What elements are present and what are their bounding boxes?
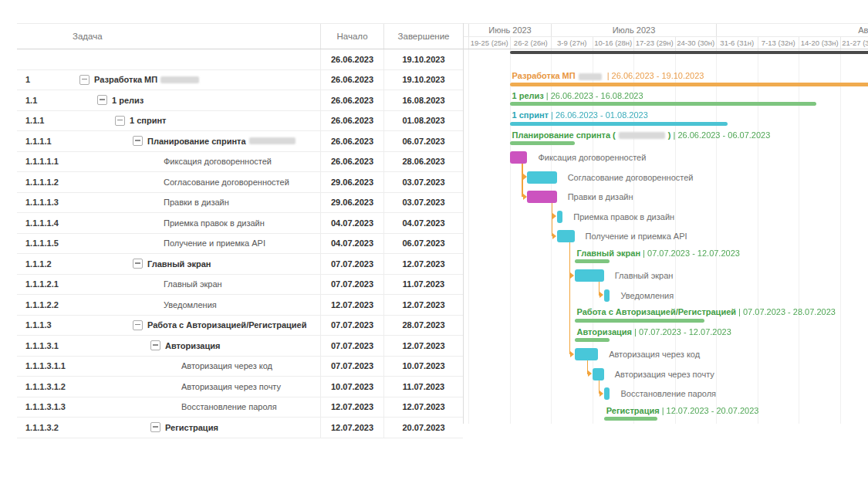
end-date-cell: 28.07.2023 bbox=[383, 316, 463, 336]
task-name-cell: Главный экран bbox=[17, 275, 320, 295]
month-cell: Август 2023 bbox=[716, 24, 868, 36]
end-date-cell: 20.07.2023 bbox=[383, 418, 463, 438]
end-date-cell: 12.07.2023 bbox=[383, 295, 463, 315]
summary-bar[interactable] bbox=[604, 417, 657, 421]
task-name-cell: Главный экран bbox=[17, 254, 320, 274]
table-row[interactable]: 1.11 релиз26.06.202316.08.2023 bbox=[17, 90, 463, 111]
summary-bar[interactable] bbox=[575, 259, 610, 263]
table-row[interactable]: 1.1.1.1.3Правки в дизайн29.06.202303.07.… bbox=[17, 193, 463, 214]
bar-label: Главный экран | 07.07.2023 - 12.07.2023 bbox=[577, 248, 740, 259]
collapse-icon[interactable] bbox=[79, 75, 90, 85]
table-row[interactable]: 1.1.11 спринт26.06.202301.08.2023 bbox=[17, 111, 463, 132]
start-date-cell: 07.07.2023 bbox=[320, 316, 383, 336]
start-date-cell: 04.07.2023 bbox=[320, 213, 383, 233]
task-bar[interactable] bbox=[604, 387, 610, 400]
table-row[interactable]: 1.1.1.3.1.1Авторизация через код07.07.20… bbox=[17, 357, 463, 377]
task-bar[interactable] bbox=[557, 211, 563, 223]
task-name-label: Правки в дизайн bbox=[164, 198, 229, 207]
column-header-task: Задача bbox=[17, 24, 320, 49]
collapse-icon[interactable] bbox=[133, 259, 143, 269]
bar-label-name: Главный экран bbox=[577, 249, 640, 258]
end-date-cell: 16.08.2023 bbox=[383, 90, 463, 110]
gantt-chart: Июнь 2023Июль 2023Август 2023 19-25 (25н… bbox=[463, 23, 868, 424]
week-cell: 26-2 (26н) bbox=[510, 37, 552, 49]
table-row[interactable]: 1.1.1.3Работа с Авторизацией/Регистрацие… bbox=[17, 316, 463, 337]
task-name-label: Планирование спринта bbox=[147, 137, 246, 146]
table-row[interactable]: 1.1.1.2.2Уведомления12.07.202312.07.2023 bbox=[17, 295, 463, 316]
task-bar-label: Уведомления bbox=[620, 289, 674, 302]
task-bar[interactable] bbox=[510, 151, 528, 164]
bar-label-dates: | 26.06.2023 - 06.07.2023 bbox=[670, 130, 770, 140]
task-name-cell: Восстановление пароля bbox=[17, 397, 320, 418]
task-bar[interactable] bbox=[557, 230, 575, 242]
table-row[interactable]: 1Разработка МП26.06.202319.10.2023 bbox=[17, 70, 463, 91]
task-name-cell: Разработка МП bbox=[17, 70, 320, 90]
task-bar-label: Восстановление пароля bbox=[620, 387, 716, 400]
total-duration-bar[interactable] bbox=[510, 51, 868, 54]
summary-bar[interactable] bbox=[510, 102, 816, 106]
redacted-text bbox=[619, 132, 665, 139]
task-bar-label: Авторизация через почту bbox=[615, 368, 714, 380]
task-bar[interactable] bbox=[593, 368, 604, 380]
table-row[interactable]: 1.1.1.2Главный экран07.07.202312.07.2023 bbox=[17, 254, 463, 275]
task-bar[interactable] bbox=[527, 191, 556, 203]
dependency-line bbox=[569, 236, 571, 354]
table-row[interactable]: 1.1.1.3.2Регистрация12.07.202320.07.2023 bbox=[17, 418, 463, 438]
task-name-cell: Авторизация через код bbox=[17, 357, 320, 377]
end-date-cell: 03.07.2023 bbox=[383, 172, 463, 192]
column-header-start: Начало bbox=[320, 24, 383, 49]
task-bar[interactable] bbox=[604, 289, 610, 302]
summary-bar[interactable] bbox=[510, 141, 575, 145]
end-date-cell: 19.10.2023 bbox=[383, 70, 463, 90]
end-date-cell: 06.07.2023 bbox=[383, 131, 463, 151]
grid-line bbox=[468, 49, 469, 424]
table-row[interactable]: 1.1.1.3.1Авторизация07.07.202312.07.2023 bbox=[17, 336, 463, 357]
task-name-cell: Уведомления bbox=[17, 295, 320, 315]
summary-bar[interactable] bbox=[575, 338, 610, 342]
table-body: 26.06.202319.10.20231Разработка МП26.06.… bbox=[17, 49, 463, 438]
table-row[interactable]: 1.1.1.1Планирование спринта26.06.202306.… bbox=[17, 131, 463, 152]
collapse-icon[interactable] bbox=[133, 320, 143, 330]
bar-label: Работа с Авторизацией/Регистрацией | 07.… bbox=[577, 306, 836, 317]
collapse-icon[interactable] bbox=[115, 116, 125, 126]
dependency-arrow-icon bbox=[523, 174, 527, 180]
task-name-cell: Приемка правок в дизайн bbox=[17, 213, 320, 233]
task-name-label: Авторизация bbox=[165, 341, 220, 350]
task-name-label: 1 спринт bbox=[130, 116, 166, 125]
table-row[interactable]: 1.1.1.3.1.2Авторизация через почту10.07.… bbox=[17, 377, 463, 397]
end-date-cell: 28.06.2023 bbox=[383, 152, 463, 172]
end-date-cell: 12.07.2023 bbox=[383, 254, 463, 274]
collapse-icon[interactable] bbox=[97, 95, 107, 105]
start-date-cell: 07.07.2023 bbox=[320, 275, 383, 295]
task-bar[interactable] bbox=[575, 348, 599, 360]
task-name-label: Работа с Авторизацией/Регистрацией bbox=[147, 320, 306, 330]
collapse-icon[interactable] bbox=[150, 422, 160, 432]
task-bar-label: Согласование договоренностей bbox=[568, 171, 694, 184]
dependency-arrow-icon bbox=[552, 213, 556, 219]
collapse-icon[interactable] bbox=[133, 136, 143, 146]
chart-body: Разработка МП | 26.06.2023 - 19.10.20231… bbox=[464, 49, 868, 424]
table-row[interactable]: 1.1.1.2.1Главный экран07.07.202311.07.20… bbox=[17, 275, 463, 296]
start-date-cell: 07.07.2023 bbox=[320, 336, 383, 356]
table-row[interactable]: 26.06.202319.10.2023 bbox=[17, 49, 463, 70]
table-header: Задача Начало Завершение bbox=[17, 23, 463, 49]
summary-bar[interactable] bbox=[575, 319, 704, 323]
task-bar[interactable] bbox=[575, 269, 604, 282]
start-date-cell: 04.07.2023 bbox=[320, 234, 383, 254]
dependency-arrow-icon bbox=[570, 272, 574, 279]
dependency-arrow-icon bbox=[599, 292, 603, 298]
table-row[interactable]: 1.1.1.3.1.3Восстановление пароля12.07.20… bbox=[17, 397, 463, 418]
table-row[interactable]: 1.1.1.1.4Приемка правок в дизайн04.07.20… bbox=[17, 213, 463, 234]
bar-label-dates: | 26.06.2023 - 01.08.2023 bbox=[549, 110, 648, 120]
bar-label-name: Планирование спринта ( bbox=[512, 130, 616, 140]
table-row[interactable]: 1.1.1.1.5Получение и приемка API04.07.20… bbox=[17, 234, 463, 255]
summary-bar[interactable] bbox=[510, 122, 728, 126]
task-name-cell: Получение и приемка API bbox=[17, 234, 320, 254]
task-bar-label: Получение и приемка API bbox=[586, 230, 687, 242]
summary-bar[interactable] bbox=[510, 83, 868, 86]
table-row[interactable]: 1.1.1.1.2Согласование договоренностей29.… bbox=[17, 172, 463, 193]
week-cell: 14-20 (33н) bbox=[799, 37, 840, 49]
task-bar[interactable] bbox=[527, 171, 556, 184]
table-row[interactable]: 1.1.1.1.1Фиксация договоренностей26.06.2… bbox=[17, 152, 463, 173]
collapse-icon[interactable] bbox=[150, 340, 160, 350]
